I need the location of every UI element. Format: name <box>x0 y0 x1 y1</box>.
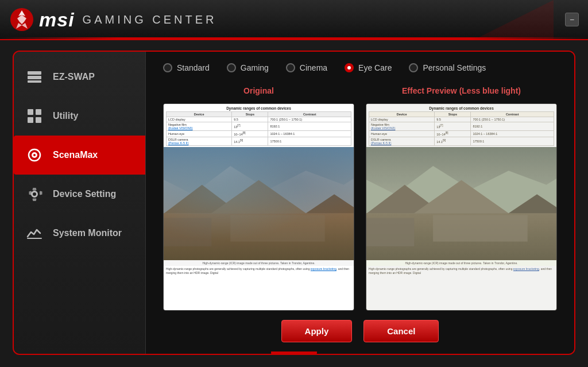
scenamax-icon <box>25 146 44 164</box>
sidebar: EZ-SWAP Utility ScenaMax <box>14 52 146 354</box>
radio-label-personal: Personal Settings <box>423 63 486 72</box>
radio-gaming[interactable]: Gaming <box>227 63 269 72</box>
original-doc-caption: High-dynamic-range (ICR) image made out … <box>164 260 354 266</box>
radio-cinema[interactable]: Cinema <box>286 63 327 72</box>
radio-label-cinema: Cinema <box>300 63 327 72</box>
content-area: Standard Gaming Cinema Eye Care Personal… <box>146 52 574 354</box>
header-decoration <box>381 0 554 40</box>
svg-rect-5 <box>28 71 41 75</box>
radio-circle-gaming <box>227 63 236 72</box>
doc-table-effect: DeviceStopsContrast LCD display9.5700:1 … <box>369 111 554 146</box>
svg-rect-10 <box>28 117 33 123</box>
radio-label-gaming: Gaming <box>241 63 269 72</box>
svg-rect-11 <box>36 117 41 123</box>
sidebar-label-device-setting: Device Setting <box>53 189 116 199</box>
sidebar-item-device-setting[interactable]: Device Setting <box>14 175 145 214</box>
device-setting-icon <box>25 185 44 203</box>
display-mode-options: Standard Gaming Cinema Eye Care Personal… <box>163 63 557 72</box>
sidebar-item-ez-swap[interactable]: EZ-SWAP <box>14 57 145 96</box>
radio-personal[interactable]: Personal Settings <box>409 63 486 72</box>
effect-preview-image: Dynamic ranges of common devices DeviceS… <box>366 103 557 311</box>
svg-rect-15 <box>27 238 42 239</box>
svg-rect-6 <box>28 76 41 79</box>
original-preview-title: Original <box>163 83 354 99</box>
effect-doc-text: High-dynamic-range photographs are gener… <box>366 266 556 276</box>
ez-swap-icon <box>25 68 44 86</box>
svg-rect-7 <box>28 80 41 83</box>
svg-point-14 <box>33 154 36 156</box>
effect-preview-panel: Effect Preview (Less blue light) Dynamic… <box>366 83 557 311</box>
logo-area: msi GAMING CENTER <box>9 7 217 32</box>
radio-standard[interactable]: Standard <box>163 63 210 72</box>
svg-rect-29 <box>366 218 414 246</box>
original-photo <box>164 147 354 260</box>
sidebar-item-utility[interactable]: Utility <box>14 96 145 136</box>
app-title-gc: GAMING CENTER <box>83 13 217 26</box>
original-doc-content: Dynamic ranges of common devices DeviceS… <box>164 104 354 310</box>
doc-table-title-original: Dynamic ranges of common devices <box>166 106 351 110</box>
sidebar-label-utility: Utility <box>53 111 78 121</box>
utility-icon <box>25 107 44 125</box>
cancel-button[interactable]: Cancel <box>363 320 439 342</box>
radio-label-eye-care: Eye Care <box>358 63 392 72</box>
msi-dragon-icon <box>9 7 34 32</box>
original-doc-text: High-dynamic-range photographs are gener… <box>164 266 354 276</box>
radio-label-standard: Standard <box>177 63 210 72</box>
preview-panels: Original Dynamic ranges of common device… <box>163 83 557 311</box>
effect-doc-content: Dynamic ranges of common devices DeviceS… <box>366 104 556 310</box>
radio-circle-eye-care <box>345 63 354 72</box>
radio-circle-cinema <box>286 63 295 72</box>
apply-button[interactable]: Apply <box>281 320 353 342</box>
main-container: EZ-SWAP Utility ScenaMax <box>13 51 575 355</box>
effect-doc-caption: High-dynamic-range (ICR) image made out … <box>366 260 556 266</box>
sidebar-label-system-monitor: System Monitor <box>53 228 122 238</box>
sidebar-item-scenamax[interactable]: ScenaMax <box>14 136 145 175</box>
svg-rect-8 <box>28 109 33 115</box>
doc-table-original: DeviceStopsContrast LCD display9.5700:1 … <box>166 111 351 146</box>
app-header: msi GAMING CENTER − <box>0 0 588 40</box>
doc-table-title-effect: Dynamic ranges of common devices <box>369 106 554 110</box>
original-preview-panel: Original Dynamic ranges of common device… <box>163 83 354 311</box>
system-monitor-icon <box>25 224 44 242</box>
header-line <box>0 37 588 39</box>
svg-rect-30 <box>433 215 528 241</box>
sidebar-label-scenamax: ScenaMax <box>53 150 98 160</box>
effect-preview-title: Effect Preview (Less blue light) <box>366 83 557 99</box>
sidebar-label-ez-swap: EZ-SWAP <box>53 72 95 82</box>
action-buttons: Apply Cancel <box>163 320 557 342</box>
original-preview-image: Dynamic ranges of common devices DeviceS… <box>163 103 354 311</box>
sidebar-item-system-monitor[interactable]: System Monitor <box>14 214 145 253</box>
app-title-msi: msi <box>39 9 75 31</box>
svg-rect-9 <box>36 109 41 115</box>
radio-circle-personal <box>409 63 418 72</box>
minimize-button[interactable]: − <box>565 13 579 26</box>
radio-circle-standard <box>163 63 172 72</box>
effect-photo <box>366 147 556 260</box>
radio-eye-care[interactable]: Eye Care <box>345 63 392 72</box>
